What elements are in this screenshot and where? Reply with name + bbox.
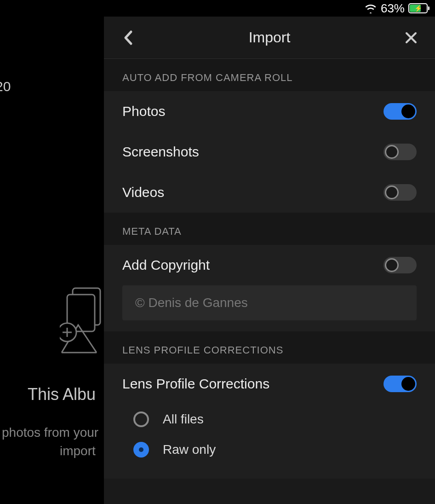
bg-sub2-fragment: import <box>60 444 96 458</box>
chevron-left-icon <box>123 30 133 46</box>
row-photos: Photos <box>104 91 435 132</box>
row-videos: Videos <box>104 172 435 213</box>
status-bar: 63% ⚡ <box>0 0 435 17</box>
section-header-meta: META DATA <box>104 213 435 245</box>
radio-label-all-files: All files <box>163 412 204 427</box>
close-icon <box>405 31 418 44</box>
add-photos-icon <box>60 284 104 357</box>
row-add-copyright: Add Copyright <box>104 245 435 285</box>
background-content: 20 This Albu photos from your import <box>0 17 104 504</box>
photos-toggle[interactable] <box>383 103 417 120</box>
photos-label: Photos <box>122 104 165 119</box>
screenshots-toggle[interactable] <box>383 144 417 160</box>
bg-title-fragment: This Albu <box>28 385 96 404</box>
radio-label-raw-only: Raw only <box>163 442 216 457</box>
lens-corrections-toggle[interactable] <box>383 376 417 392</box>
wifi-icon <box>364 3 377 13</box>
screenshots-label: Screenshots <box>122 144 199 160</box>
back-button[interactable] <box>118 28 138 48</box>
radio-all-files[interactable]: All files <box>122 404 417 434</box>
panel-header: Import <box>104 17 435 59</box>
radio-raw-only[interactable]: Raw only <box>122 434 417 465</box>
section-header-auto-add: AUTO ADD FROM CAMERA ROLL <box>104 59 435 91</box>
lens-corrections-label: Lens Profile Corrections <box>122 376 269 392</box>
row-screenshots: Screenshots <box>104 132 435 172</box>
close-button[interactable] <box>401 28 421 48</box>
bg-partial-number: 20 <box>0 79 11 94</box>
copyright-input[interactable] <box>122 285 417 320</box>
row-lens-corrections: Lens Profile Corrections <box>104 364 435 404</box>
battery-icon: ⚡ <box>408 3 428 13</box>
copyright-input-wrap <box>104 285 435 331</box>
battery-percentage: 63% <box>381 1 405 16</box>
add-copyright-toggle[interactable] <box>383 257 417 273</box>
section-header-lens: LENS PROFILE CORRECTIONS <box>104 331 435 364</box>
radio-icon-selected <box>133 442 149 458</box>
import-settings-panel: Import AUTO ADD FROM CAMERA ROLL Photos … <box>104 17 435 504</box>
radio-icon-unselected <box>133 411 149 427</box>
videos-label: Videos <box>122 185 164 200</box>
panel-title: Import <box>249 29 291 46</box>
bg-sub1-fragment: photos from your <box>2 425 98 440</box>
add-copyright-label: Add Copyright <box>122 257 210 273</box>
videos-toggle[interactable] <box>383 184 417 201</box>
lens-radio-group: All files Raw only <box>104 404 435 479</box>
